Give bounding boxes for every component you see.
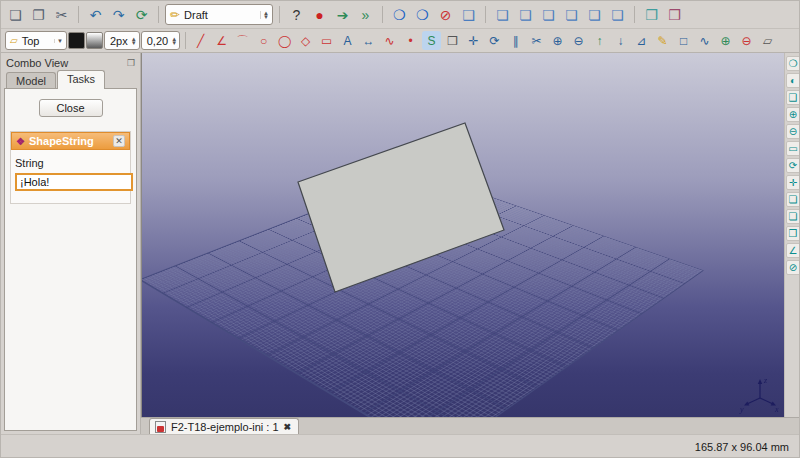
view-iso-small-icon[interactable]: ❒ [786,226,800,241]
draft-workbench-icon: ✏ [170,8,180,22]
draft-subelement-icon[interactable]: □ [674,31,693,50]
cut-icon[interactable]: ✂ [51,4,72,25]
draft-offset-icon[interactable]: ∥ [506,31,525,50]
pan-view-icon[interactable]: ✛ [786,175,800,190]
clip-icon[interactable]: ⊘ [786,260,800,275]
text-size-spinner[interactable]: 0,20 ▲ ▼ [141,31,180,50]
view-top-small-icon[interactable]: ❏ [786,209,800,224]
view-top-icon[interactable]: ❏ [515,4,536,25]
draft-facebinder-icon[interactable]: ❒ [443,31,462,50]
spinner-arrows-icon: ▲ ▼ [171,37,177,45]
draft-dimension-icon[interactable]: ↔ [359,31,378,50]
view-bottom-icon[interactable]: ❏ [584,4,605,25]
draft-polygon-icon[interactable]: ◇ [296,31,315,50]
view-rear-icon[interactable]: ❏ [561,4,582,25]
zoom-selection-icon[interactable]: ❍ [412,4,433,25]
zoom-in-icon[interactable]: ⊕ [786,107,800,122]
tab-model[interactable]: Model [6,72,56,89]
workbench-selector[interactable]: ✏ Draft ▲ ▼ [165,4,273,25]
panel-float-icon[interactable]: ❐ [127,58,135,68]
toolbar-separator [485,6,486,23]
measure-icon[interactable]: ∠ [786,243,800,258]
viewport-column: z x y ❍ ◐ [141,53,800,434]
view-front-icon[interactable]: ❏ [492,4,513,25]
macro-run-icon[interactable]: ➔ [332,4,353,25]
dimension-readout: 165.87 x 96.04 mm [695,441,789,453]
shapestring-text-input[interactable] [15,173,133,191]
axonometric-view-icon[interactable]: ❑ [458,4,479,25]
view-front-small-icon[interactable]: ❏ [786,192,800,207]
draft-scale-icon[interactable]: ⊿ [632,31,651,50]
draft-split-icon[interactable]: ⊖ [569,31,588,50]
document-tab[interactable]: F2-T18-ejemplo-ini : 1 ✖ [149,418,299,434]
draft-trimex-icon[interactable]: ✂ [527,31,546,50]
view-left-icon[interactable]: ❏ [607,4,628,25]
document-tab-close-icon[interactable]: ✖ [284,422,292,432]
draft-rectangle-icon[interactable]: ▭ [317,31,336,50]
draft-add-point-icon[interactable]: ⊕ [716,31,735,50]
draft-upgrade-icon[interactable]: ↑ [590,31,609,50]
draft-edit-icon[interactable]: ✎ [653,31,672,50]
line-width-spinner[interactable]: 2px ▲ ▼ [104,31,140,50]
line-width-value: 2px [110,35,128,47]
macro-toolbar-group: ? ● ➔ » [286,4,376,25]
combo-view-tabs: Model Tasks [4,70,137,89]
view-right-icon[interactable]: ❏ [538,4,559,25]
task-collapse-icon[interactable]: ✕ [113,135,125,147]
draft-circle-icon[interactable]: ○ [254,31,273,50]
string-label: String [15,157,126,169]
draft-point-icon[interactable]: • [401,31,420,50]
working-plane-selector[interactable]: ▱ Top ▼ [5,31,67,50]
close-task-button[interactable]: Close [39,99,103,117]
clipping-plane-icon[interactable]: ⊘ [435,4,456,25]
toolbar-separator [158,6,159,23]
rotate-view-icon[interactable]: ⟳ [786,158,800,173]
macro-record-icon[interactable]: ● [309,4,330,25]
task-title: ShapeString [29,135,94,147]
macro-debug-icon[interactable]: » [355,4,376,25]
standard-toolbar: ❏ ❐ ✂ ↶ ↷ [1,1,799,29]
draft-wire-to-bspline-icon[interactable]: ∿ [695,31,714,50]
3d-viewport[interactable]: z x y [141,53,784,417]
spinner-arrows-icon: ▲ ▼ [131,37,137,45]
copy-icon[interactable]: ❐ [28,4,49,25]
tab-tasks[interactable]: Tasks [57,70,105,89]
draft-ellipse-icon[interactable]: ◯ [275,31,294,50]
shapestring-task-body: String [11,150,130,203]
draft-line-icon[interactable]: ╱ [191,31,210,50]
box-zoom-icon[interactable]: ▭ [786,141,800,156]
edit-toolbar-group: ↶ ↷ ⟳ [85,4,152,25]
view-fit-all-icon[interactable]: ❍ [786,56,800,71]
draft-arc-icon[interactable]: ⌒ [233,31,252,50]
draft-downgrade-icon[interactable]: ↓ [611,31,630,50]
file-toolbar-group: ❏ ❐ ✂ [5,4,72,25]
redo-icon[interactable]: ↷ [108,4,129,25]
line-color-swatch[interactable] [68,32,85,49]
shapestring-icon: ❖ [16,136,25,147]
zoom-out-icon[interactable]: ⊖ [786,124,800,139]
dock-view-icon[interactable]: ❒ [664,4,685,25]
texture-view-icon[interactable]: ❒ [641,4,662,25]
face-color-swatch[interactable] [86,32,103,49]
refresh-icon[interactable]: ⟳ [131,4,152,25]
document-tabbar: F2-T18-ejemplo-ini : 1 ✖ [141,417,800,434]
draft-shape2dview-icon[interactable]: ▱ [758,31,777,50]
draft-bspline-icon[interactable]: ∿ [380,31,399,50]
draft-text-icon[interactable]: A [338,31,357,50]
draw-style-icon[interactable]: ◐ [786,73,800,88]
draft-shapestring-icon[interactable]: S [422,31,441,50]
toolbar-separator [78,6,79,23]
undo-icon[interactable]: ↶ [85,4,106,25]
combo-arrow-icon: ▼ [54,39,63,43]
draft-move-icon[interactable]: ✛ [464,31,483,50]
whatsthis-icon[interactable]: ? [286,4,307,25]
view-axonometric-icon[interactable]: ❑ [786,90,800,105]
freecad-file-icon [155,421,166,433]
draft-polyline-icon[interactable]: ∠ [212,31,231,50]
draft-join-icon[interactable]: ⊕ [548,31,567,50]
new-document-icon[interactable]: ❏ [5,4,26,25]
document-tab-label: F2-T18-ejemplo-ini : 1 [171,421,279,433]
draft-rotate-icon[interactable]: ⟳ [485,31,504,50]
zoom-fit-icon[interactable]: ❍ [389,4,410,25]
draft-delete-point-icon[interactable]: ⊖ [737,31,756,50]
